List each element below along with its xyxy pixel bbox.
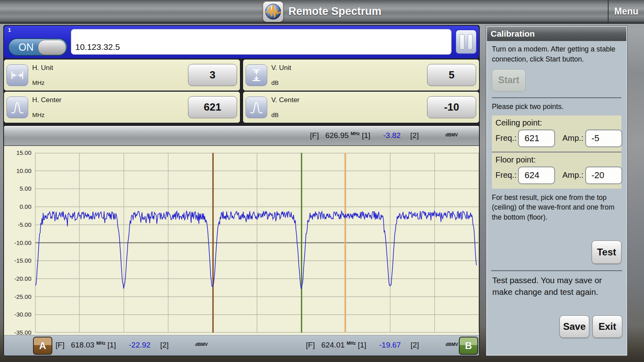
ceiling-freq-input[interactable] [518,130,555,147]
y-tick-label: 10.00 [4,167,31,174]
spectrum-chart-panel: [F] 626.95 MHz [1] -3.82 [2] dBMV 15.001… [4,126,479,356]
connection-index: 1 [8,27,11,33]
amp-unit: dBMV [195,342,208,347]
v-center-cell: V. Center dB -10 [243,92,479,123]
toggle-on-label: ON [19,39,34,55]
toggle-knob[interactable] [38,40,66,55]
ceiling-point-section: Ceiling point: Freq.: Amp.: [492,115,621,152]
spectrum-column: 1 ON H. Unit MHz 3 [3,25,480,356]
h-center-cell: H. Center MHz 621 [4,92,240,123]
h-unit-value-button[interactable]: 3 [188,64,237,86]
m1-bracket: [1] [358,341,366,350]
connection-on-toggle[interactable]: ON [8,38,68,56]
app-title: Remote Spectrum [262,0,381,23]
calibration-title: Calibration [487,27,626,41]
top-bar: Remote Spectrum Menu [0,0,644,24]
ceiling-amp-input[interactable] [585,130,622,147]
v-center-value-button[interactable]: -10 [427,96,476,118]
ceiling-amp-label: Amp.: [562,134,583,143]
test-button[interactable]: Test [592,241,621,264]
m2-bracket: [2] [160,341,169,350]
divider [492,97,621,98]
marker-b-amp: -19.67 [379,341,401,350]
pause-button[interactable] [455,29,477,54]
floor-freq-input[interactable] [518,167,555,184]
f-bracket: [F] [310,131,319,140]
marker-a-badge[interactable]: A [33,337,52,355]
freq-unit: MHz [351,131,360,136]
start-button[interactable]: Start [492,69,526,92]
h-unit-unit: MHz [32,79,45,86]
pause-icon [468,34,473,49]
y-tick-label: -25.00 [4,293,31,300]
freq-unit: MHz [347,341,356,346]
y-tick-label: -30.00 [4,311,31,318]
h-center-label: H. Center [32,96,62,104]
points-box: Ceiling point: Freq.: Amp.: Floor point:… [492,115,621,189]
y-tick-label: -5.00 [4,221,31,228]
f-bracket: [F] [56,341,64,350]
floor-point-section: Floor point: Freq.: Amp.: [492,152,621,189]
connection-bar: 1 ON [4,26,479,58]
horizontal-span-icon [6,64,28,86]
v-unit-cell: V. Unit dB 5 [243,60,479,90]
test-result-text: Test passed. You may save or make change… [492,274,622,298]
app-logo-icon [262,1,283,22]
pause-icon [460,34,464,49]
h-unit-cell: H. Unit MHz 3 [4,60,240,90]
menu-button[interactable]: Menu [609,0,644,23]
freq-unit: MHz [96,341,105,346]
marker-b-readout: [F] 624.01 MHz [1] -19.67 [2] dBMV [306,341,458,350]
peak-curve-icon [6,97,28,118]
calibration-hint: For best result, pick one from the top (… [492,193,621,223]
page-title: Remote Spectrum [288,5,381,18]
spectrum-plot[interactable] [35,153,479,333]
calibration-panel: Calibration Turn on a modem. After getti… [486,26,627,356]
v-unit-unit: dB [271,79,279,86]
m2-bracket: [2] [411,341,419,350]
chart-body: 15.0010.005.000.00-5.00-10.00-15.00-20.0… [4,146,479,335]
ceiling-title: Ceiling point: [495,118,618,128]
pick-points-text: Please pick two points. [492,102,621,112]
floor-freq-label: Freq.: [495,171,516,180]
marker-f-amp: -3.82 [383,131,400,140]
f-bracket: [F] [306,341,315,350]
marker-b-freq: 624.01 [321,341,345,350]
divider [491,270,622,271]
save-button[interactable]: Save [559,315,589,338]
calibration-body: Turn on a modem. After getting a stable … [487,41,626,344]
ceiling-freq-label: Freq.: [495,134,516,143]
m2-bracket: [2] [410,131,419,140]
marker-b-badge[interactable]: B [459,337,478,355]
h-center-unit: MHz [32,111,45,118]
h-unit-label: H. Unit [32,64,53,72]
marker-a-readout: [F] 618.03 MHz [1] -22.92 [2] dBMV [56,341,208,350]
v-center-unit: dB [271,111,279,118]
y-tick-label: 15.00 [4,149,31,156]
m1-bracket: [1] [362,131,370,140]
v-unit-value-button[interactable]: 5 [427,64,476,86]
peak-curve-icon [246,97,267,118]
chart-footer-bar: A [F] 618.03 MHz [1] -22.92 [2] dBMV [F]… [4,335,479,356]
floor-amp-label: Amp.: [562,171,583,180]
amp-unit: dBMV [446,342,458,347]
floor-title: Floor point: [495,155,618,165]
y-tick-label: -15.00 [4,257,31,264]
amp-unit: dBMV [445,132,458,137]
y-tick-label: 0.00 [4,203,31,210]
m1-bracket: [1] [107,341,116,350]
vertical-span-icon [246,64,267,86]
calibration-intro: Turn on a modem. After getting a stable … [492,44,621,64]
y-tick-label: 5.00 [4,185,31,192]
floor-amp-input[interactable] [585,167,622,184]
v-unit-label: V. Unit [271,64,291,72]
ip-address-input[interactable] [71,29,452,55]
v-center-label: V. Center [271,96,299,104]
marker-f-readout: [F] 626.95 MHz [1] -3.82 [2] dBMV [310,131,458,140]
marker-a-freq: 618.03 [71,341,94,350]
chart-header-bar: [F] 626.95 MHz [1] -3.82 [2] dBMV [4,126,479,146]
exit-button[interactable]: Exit [592,315,622,338]
h-center-value-button[interactable]: 621 [188,96,237,118]
y-tick-label: -20.00 [4,275,31,282]
y-tick-label: -10.00 [4,239,31,246]
